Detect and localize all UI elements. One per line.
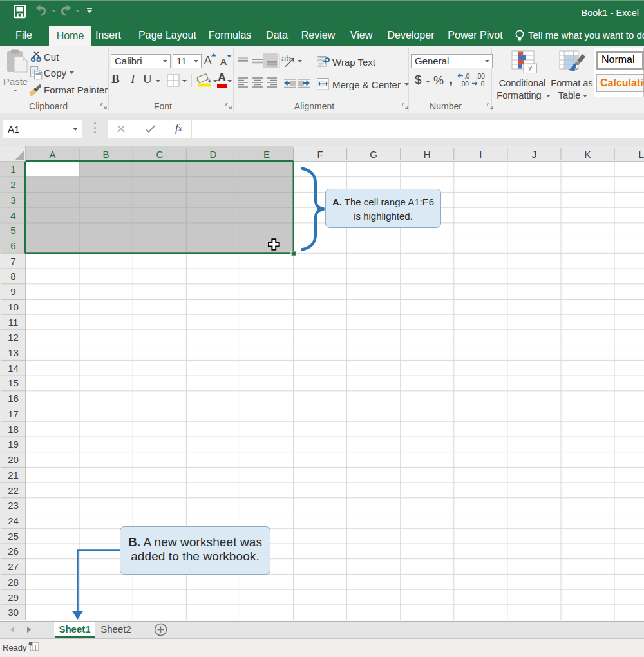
svg-text:24: 24: [8, 515, 19, 526]
svg-text:16: 16: [8, 393, 19, 404]
svg-text:G: G: [370, 149, 377, 160]
svg-text:4: 4: [10, 210, 15, 221]
svg-text:3: 3: [10, 195, 15, 205]
svg-text:B: B: [103, 149, 109, 160]
svg-text:.00: .00: [460, 81, 469, 88]
svg-text:27: 27: [8, 561, 19, 572]
svg-text:8: 8: [10, 271, 15, 281]
svg-text:.00: .00: [476, 73, 485, 80]
svg-text:29: 29: [8, 592, 19, 603]
svg-text:≠: ≠: [527, 64, 532, 73]
svg-text:14: 14: [8, 363, 19, 374]
svg-text:.0: .0: [464, 73, 470, 80]
svg-text:C: C: [156, 149, 163, 160]
svg-text:22: 22: [8, 485, 19, 496]
svg-text:A: A: [49, 149, 55, 160]
svg-text:11: 11: [8, 317, 19, 328]
svg-text:19: 19: [8, 439, 19, 450]
svg-text:28: 28: [8, 576, 19, 587]
svg-text:25: 25: [8, 531, 19, 542]
svg-text:12: 12: [8, 332, 19, 343]
svg-text:6: 6: [10, 240, 15, 251]
svg-text:7: 7: [10, 256, 15, 267]
svg-text:13: 13: [8, 347, 19, 358]
svg-text:L: L: [638, 149, 643, 160]
svg-text:2: 2: [10, 179, 15, 190]
svg-text:J: J: [532, 149, 537, 160]
svg-text:H: H: [424, 149, 431, 160]
svg-text:D: D: [209, 149, 216, 160]
svg-text:15: 15: [8, 377, 19, 388]
svg-text:.0: .0: [479, 81, 485, 88]
svg-text:10: 10: [8, 301, 19, 312]
svg-text:18: 18: [8, 424, 19, 435]
svg-text:17: 17: [8, 408, 19, 419]
svg-text:26: 26: [8, 546, 19, 557]
svg-text:23: 23: [8, 500, 19, 511]
svg-text:I: I: [479, 149, 482, 160]
svg-text:E: E: [263, 149, 270, 160]
svg-text:K: K: [584, 149, 591, 160]
svg-text:5: 5: [10, 225, 15, 236]
svg-text:F: F: [317, 149, 323, 160]
svg-text:30: 30: [8, 607, 19, 618]
svg-text:9: 9: [10, 286, 15, 297]
svg-text:20: 20: [8, 454, 19, 465]
svg-text:1: 1: [10, 164, 15, 175]
svg-text:21: 21: [8, 470, 19, 481]
svg-text:ab: ab: [281, 53, 290, 63]
